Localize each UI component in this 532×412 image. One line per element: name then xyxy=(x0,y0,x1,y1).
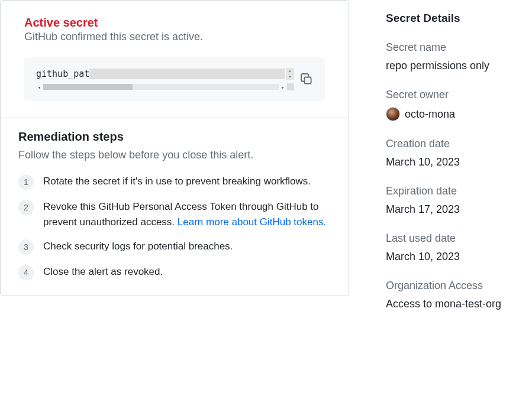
field-value: March 10, 2023 xyxy=(386,156,532,168)
step-number-badge: 1 xyxy=(18,174,34,190)
field-creation-date: Creation date March 10, 2023 xyxy=(386,138,532,168)
step-text: Close the alert as revoked. xyxy=(43,264,331,280)
field-label: Secret owner xyxy=(386,89,532,101)
field-value: Access to mona-test-org xyxy=(386,298,532,310)
field-expiration-date: Expiration date March 17, 2023 xyxy=(386,185,532,216)
scroll-left-icon[interactable]: ◂ xyxy=(36,84,42,90)
field-label: Last used date xyxy=(386,232,532,245)
alert-title: Active secret xyxy=(24,16,325,30)
secret-details-sidebar: Secret Details Secret name repo permissi… xyxy=(349,0,532,310)
field-value: repo permissions only xyxy=(386,60,532,72)
redacted-segment xyxy=(89,69,285,79)
secret-prefix: github_pat xyxy=(36,69,89,79)
secret-scrollbar[interactable]: ◂ ▸ xyxy=(36,83,294,90)
secret-preview-box: github_pat ▴▾ ◂ ▸ xyxy=(24,57,325,101)
field-value: March 17, 2023 xyxy=(386,203,532,216)
step-number-badge: 2 xyxy=(18,200,34,215)
avatar xyxy=(386,107,400,121)
remediation-step: 3 Check security logs for potential brea… xyxy=(18,239,331,255)
step-text: Revoke this GitHub Personal Access Token… xyxy=(43,199,331,229)
field-value[interactable]: octo-mona xyxy=(386,107,532,121)
field-last-used-date: Last used date March 10, 2023 xyxy=(386,232,532,263)
field-organization-access: Organization Access Access to mona-test-… xyxy=(386,280,532,310)
remediation-step: 2 Revoke this GitHub Personal Access Tok… xyxy=(18,199,331,229)
remediation-step: 1 Rotate the secret if it's in use to pr… xyxy=(18,174,331,190)
remediation-subtitle: Follow the steps below before you close … xyxy=(18,147,331,163)
remediation-step: 4 Close the alert as revoked. xyxy=(18,264,331,280)
step-text: Rotate the secret if it's in use to prev… xyxy=(43,174,331,189)
field-value: March 10, 2023 xyxy=(386,251,532,263)
step-number-badge: 4 xyxy=(18,265,34,280)
copy-icon[interactable] xyxy=(300,73,313,86)
step-text: Check security logs for potential breach… xyxy=(43,239,331,254)
field-secret-owner: Secret owner octo-mona xyxy=(386,89,532,121)
field-label: Secret name xyxy=(386,41,532,54)
stepper-icon[interactable]: ▴▾ xyxy=(286,68,294,80)
field-label: Expiration date xyxy=(386,185,532,197)
learn-more-link[interactable]: Learn more about GitHub tokens. xyxy=(178,216,326,228)
secret-value-area: github_pat ▴▾ ◂ ▸ xyxy=(36,68,294,90)
alert-header: Active secret GitHub confirmed this secr… xyxy=(1,1,349,118)
sidebar-title: Secret Details xyxy=(386,12,532,25)
field-label: Creation date xyxy=(386,138,532,150)
alert-card: Active secret GitHub confirmed this secr… xyxy=(0,0,349,296)
step-number-badge: 3 xyxy=(18,239,34,255)
scroll-right-icon[interactable]: ▸ xyxy=(280,84,286,90)
remediation-section: Remediation steps Follow the steps below… xyxy=(1,118,349,296)
owner-name: octo-mona xyxy=(405,108,455,121)
remediation-heading: Remediation steps xyxy=(18,130,331,144)
field-secret-name: Secret name repo permissions only xyxy=(386,41,532,72)
field-label: Organization Access xyxy=(386,280,532,292)
svg-rect-0 xyxy=(305,77,311,84)
alert-subtitle: GitHub confirmed this secret is active. xyxy=(24,31,325,43)
